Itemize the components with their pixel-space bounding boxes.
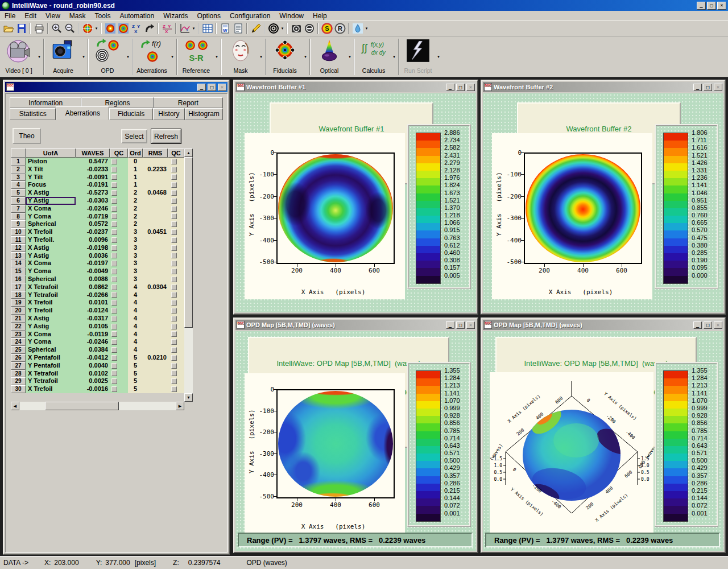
menu-item-view[interactable]: View [41,11,65,20]
qc-checkbox[interactable] [111,300,117,306]
row-number[interactable]: 15 [11,267,26,275]
water-drop-icon[interactable] [351,22,364,35]
waves-value-cell[interactable]: -0.0719 [76,213,110,221]
qc-checkbox[interactable] [111,221,117,227]
runscript-button[interactable]: Run Script [400,36,436,77]
qc-checkbox[interactable] [171,167,177,172]
aberration-name-cell[interactable]: X Pentafoil [26,354,76,362]
waves-value-cell[interactable]: 0.0862 [76,283,110,291]
row-number[interactable]: 20 [11,307,26,315]
table-row[interactable]: 16Spherical0.00863 [11,275,184,283]
table-row[interactable]: 25Spherical0.03844 [11,346,184,354]
column-header-QC[interactable]: QC [168,149,184,158]
column-header-RMS[interactable]: RMS [143,149,168,158]
qc-checkbox[interactable] [111,190,117,196]
waves-value-cell[interactable]: -0.0198 [76,244,110,252]
qc-checkbox[interactable] [171,355,177,361]
qc-checkbox[interactable] [111,378,117,384]
qc-checkbox[interactable] [171,386,177,392]
table-horizontal-scrollbar[interactable]: ◀ ▶ [11,402,184,410]
row-number[interactable]: 30 [11,385,26,393]
row-number[interactable]: 2 [11,166,26,174]
row-number[interactable]: 13 [11,252,26,260]
aberration-name-cell[interactable]: Y Astig [26,197,76,205]
waves-value-cell[interactable]: 0.0036 [76,252,110,260]
edit-pencil-icon[interactable] [249,22,262,35]
waves-value-cell[interactable]: 0.0040 [76,362,110,370]
qc-checkbox[interactable] [111,324,117,329]
qc-checkbox[interactable] [111,292,117,298]
table-row[interactable]: 24Y Coma-0.02464 [11,338,184,346]
menu-item-automation[interactable]: Automation [115,11,159,20]
aberration-name-cell[interactable]: Focus [26,181,76,189]
close-button[interactable]: ✕ [466,84,475,91]
qc-checkbox[interactable] [111,339,117,345]
menu-item-wizards[interactable]: Wizards [159,11,192,20]
fringe-target-icon[interactable] [81,22,94,35]
row-number[interactable]: 10 [11,228,26,236]
qc-checkbox[interactable] [111,245,117,251]
tab-histogram[interactable]: Histogram [185,108,223,120]
qc-checkbox[interactable] [111,174,117,180]
qc-checkbox[interactable] [171,316,177,321]
waves-value-cell[interactable]: 0.0102 [76,370,110,378]
table-row[interactable]: 30X Trefoil-0.00165 [11,385,184,393]
maximize-button[interactable]: □ [456,84,465,91]
minimize-button[interactable]: _ [446,84,454,91]
close-button[interactable]: ✕ [714,84,722,91]
row-number[interactable]: 27 [11,362,26,370]
qc-checkbox[interactable] [111,229,117,235]
aberration-name-cell[interactable]: Y Trefoil. [26,236,76,244]
aberration-name-cell[interactable]: Y Coma [26,213,76,221]
print-icon[interactable] [32,22,46,35]
scroll-left-button[interactable]: ◀ [11,402,19,410]
menu-item-help[interactable]: Help [308,11,332,20]
qc-checkbox[interactable] [111,237,117,243]
qc-checkbox[interactable] [171,261,177,266]
title-bar[interactable]: IntelliWave - round_robin90.esd _ ▢ ✕ [0,0,728,11]
close-button[interactable]: ✕ [717,2,726,10]
waves-value-cell[interactable]: -0.0412 [76,354,110,362]
wavefront2-map[interactable] [526,154,640,262]
wavefront1-titlebar[interactable]: Wavefront Buffer #1 _ □ ✕ [235,82,476,92]
waves-value-cell[interactable]: -0.0246 [76,338,110,346]
tab-report[interactable]: Report [154,97,223,108]
qc-checkbox[interactable] [111,277,117,282]
table-row[interactable]: 2X Tilt-0.023310.2233 [11,166,184,174]
column-header-row[interactable] [11,149,26,158]
table-row[interactable]: 1Piston0.54770 [11,158,184,166]
row-number[interactable]: 18 [11,291,26,299]
table-row[interactable]: 7X Coma-0.02462 [11,205,184,213]
row-number[interactable]: 22 [11,323,26,331]
maximize-button[interactable]: □ [208,84,216,91]
qc-checkbox[interactable] [171,237,177,243]
qc-checkbox[interactable] [111,159,117,164]
row-number[interactable]: 26 [11,354,26,362]
qc-checkbox[interactable] [111,198,117,204]
subtract-reference-icon[interactable] [303,22,316,35]
qc-checkbox[interactable] [171,378,177,384]
minimize-button[interactable]: _ [697,2,706,10]
scroll-up-button[interactable]: ▲ [184,149,193,157]
qc-checkbox[interactable] [171,198,177,204]
column-header-Ord[interactable]: Ord [128,149,143,158]
table-row[interactable]: 15Y Coma-0.00493 [11,267,184,275]
aberration-name-cell[interactable]: X Coma [26,331,76,339]
table-row[interactable]: 21X Astig-0.03174 [11,315,184,323]
scroll-right-button[interactable]: ▶ [176,402,184,410]
qc-checkbox[interactable] [111,206,117,212]
table-row[interactable]: 4Focus-0.01911 [11,181,184,189]
video-button-dropdown[interactable]: ▾ [36,44,42,69]
sync-s-icon[interactable]: S [320,22,333,35]
table-row[interactable]: 22Y Astig0.01054 [11,323,184,331]
waves-value-cell[interactable]: -0.0191 [76,181,110,189]
qc-checkbox[interactable] [171,182,177,188]
waves-value-cell[interactable]: -0.0016 [76,385,110,393]
row-number[interactable]: 16 [11,275,26,283]
menu-item-edit[interactable]: Edit [20,11,41,20]
waves-value-cell[interactable]: -0.5273 [76,189,110,197]
row-number[interactable]: 17 [11,283,26,291]
qc-checkbox[interactable] [111,316,117,321]
aberration-name-cell[interactable]: X Astig [26,189,76,197]
aberration-name-cell[interactable]: X Tetrafoil [26,283,76,291]
